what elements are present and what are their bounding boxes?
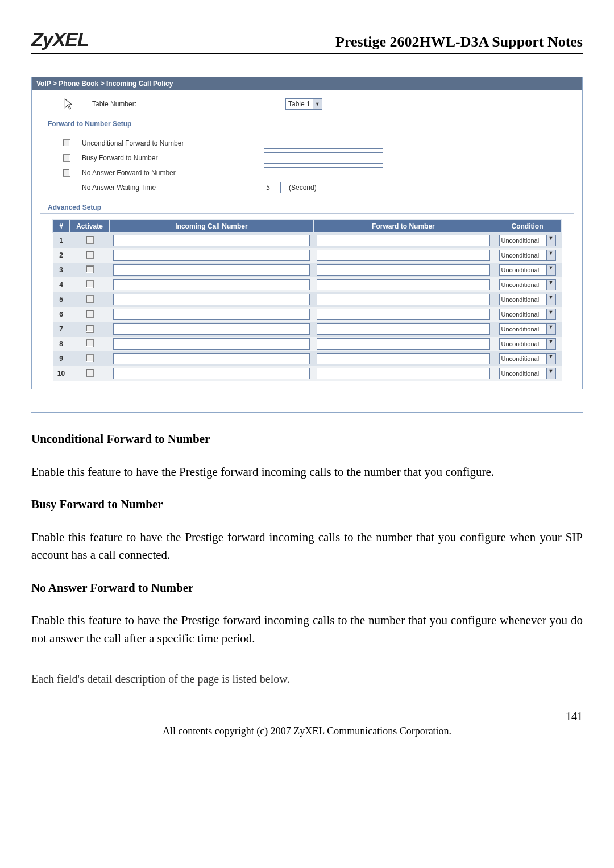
chevron-down-icon: ▼ bbox=[546, 250, 555, 260]
forward-number-input[interactable] bbox=[317, 279, 489, 290]
activate-checkbox[interactable] bbox=[86, 369, 94, 377]
forward-number-input[interactable] bbox=[317, 368, 489, 379]
incoming-number-input[interactable] bbox=[113, 250, 310, 261]
incoming-number-input[interactable] bbox=[113, 309, 310, 320]
document-title: Prestige 2602HWL-D3A Support Notes bbox=[335, 34, 583, 51]
copyright: All contents copyright (c) 2007 ZyXEL Co… bbox=[31, 725, 583, 737]
incoming-number-input[interactable] bbox=[113, 279, 310, 290]
incoming-number-input[interactable] bbox=[113, 323, 310, 335]
noanswer-input[interactable] bbox=[264, 167, 383, 178]
busy-checkbox[interactable] bbox=[63, 154, 70, 162]
condition-select[interactable]: Unconditional▼ bbox=[499, 235, 556, 246]
forward-setup-header: Forward to Number Setup bbox=[40, 118, 574, 130]
table-row: 8Unconditional▼ bbox=[53, 337, 562, 351]
activate-checkbox[interactable] bbox=[86, 310, 94, 318]
col-condition: Condition bbox=[493, 220, 562, 233]
condition-value: Unconditional bbox=[501, 326, 540, 333]
forward-number-input[interactable] bbox=[317, 323, 489, 335]
incoming-number-input[interactable] bbox=[113, 294, 310, 305]
forward-number-input[interactable] bbox=[317, 235, 489, 246]
page-number: 141 bbox=[31, 710, 583, 723]
condition-select[interactable]: Unconditional▼ bbox=[499, 279, 556, 290]
condition-value: Unconditional bbox=[501, 237, 540, 244]
desc-text-busy: Enable this feature to have the Prestige… bbox=[31, 529, 583, 564]
breadcrumb: VoIP > Phone Book > Incoming Call Policy bbox=[32, 77, 582, 90]
chevron-down-icon: ▼ bbox=[546, 265, 555, 275]
unconditional-checkbox[interactable] bbox=[63, 139, 70, 147]
activate-checkbox[interactable] bbox=[86, 265, 94, 273]
chevron-down-icon: ▼ bbox=[546, 235, 555, 246]
condition-select[interactable]: Unconditional▼ bbox=[499, 264, 556, 276]
incoming-number-input[interactable] bbox=[113, 368, 310, 379]
row-index: 3 bbox=[53, 263, 70, 277]
chevron-down-icon: ▼ bbox=[546, 354, 555, 364]
table-row: 7Unconditional▼ bbox=[53, 322, 562, 337]
activate-checkbox[interactable] bbox=[86, 251, 94, 259]
breadcrumb-phonebook: Phone Book bbox=[59, 80, 98, 88]
incoming-number-input[interactable] bbox=[113, 235, 310, 246]
table-row: 1Unconditional▼ bbox=[53, 233, 562, 248]
desc-outro: Each field's detail description of the p… bbox=[31, 670, 583, 687]
forward-number-input[interactable] bbox=[317, 338, 489, 350]
row-index: 5 bbox=[53, 292, 70, 307]
condition-select[interactable]: Unconditional▼ bbox=[499, 353, 556, 364]
desc-text-unconditional: Enable this feature to have the Prestige… bbox=[31, 463, 583, 481]
condition-select[interactable]: Unconditional▼ bbox=[499, 323, 556, 335]
table-row: 6Unconditional▼ bbox=[53, 307, 562, 322]
activate-checkbox[interactable] bbox=[86, 354, 94, 362]
condition-select[interactable]: Unconditional▼ bbox=[499, 368, 556, 379]
cursor-icon bbox=[63, 98, 75, 110]
wait-time-input[interactable]: 5 bbox=[264, 182, 281, 193]
forward-number-input[interactable] bbox=[317, 353, 489, 364]
desc-heading-busy: Busy Forward to Number bbox=[31, 496, 583, 514]
activate-checkbox[interactable] bbox=[86, 325, 94, 333]
forward-number-input[interactable] bbox=[317, 294, 489, 305]
desc-text-noanswer: Enable this feature to have the Prestige… bbox=[31, 612, 583, 647]
activate-checkbox[interactable] bbox=[86, 236, 94, 244]
busy-input[interactable] bbox=[264, 152, 383, 164]
forward-number-input[interactable] bbox=[317, 250, 489, 261]
row-index: 10 bbox=[53, 366, 70, 381]
noanswer-checkbox[interactable] bbox=[63, 169, 70, 177]
breadcrumb-voip: VoIP bbox=[36, 80, 51, 88]
incoming-number-input[interactable] bbox=[113, 338, 310, 350]
row-index: 1 bbox=[53, 233, 70, 248]
condition-select[interactable]: Unconditional▼ bbox=[499, 250, 556, 261]
incoming-number-input[interactable] bbox=[113, 264, 310, 276]
activate-checkbox[interactable] bbox=[86, 339, 94, 347]
divider bbox=[31, 412, 583, 413]
activate-checkbox[interactable] bbox=[86, 280, 94, 288]
table-number-select[interactable]: Table 1 ▼ bbox=[285, 98, 322, 110]
description-section: Unconditional Forward to Number Enable t… bbox=[31, 430, 583, 687]
breadcrumb-sep: > bbox=[101, 80, 105, 88]
table-row: 5Unconditional▼ bbox=[53, 292, 562, 307]
chevron-down-icon: ▼ bbox=[546, 324, 555, 334]
condition-select[interactable]: Unconditional▼ bbox=[499, 294, 556, 305]
row-index: 6 bbox=[53, 307, 70, 322]
condition-select[interactable]: Unconditional▼ bbox=[499, 338, 556, 350]
table-row: 9Unconditional▼ bbox=[53, 351, 562, 366]
activate-checkbox[interactable] bbox=[86, 295, 94, 303]
incoming-number-input[interactable] bbox=[113, 353, 310, 364]
table-row: 2Unconditional▼ bbox=[53, 248, 562, 263]
desc-heading-noanswer: No Answer Forward to Number bbox=[31, 579, 583, 597]
unconditional-label: Unconditional Forward to Number bbox=[82, 139, 264, 147]
wait-time-unit: (Second) bbox=[289, 184, 317, 192]
forward-number-input[interactable] bbox=[317, 264, 489, 276]
chevron-down-icon: ▼ bbox=[546, 280, 555, 290]
condition-value: Unconditional bbox=[501, 355, 540, 362]
chevron-down-icon: ▼ bbox=[313, 99, 322, 109]
chevron-down-icon: ▼ bbox=[546, 368, 555, 379]
condition-select[interactable]: Unconditional▼ bbox=[499, 309, 556, 320]
condition-value: Unconditional bbox=[501, 252, 540, 259]
unconditional-input[interactable] bbox=[264, 138, 383, 149]
row-index: 7 bbox=[53, 322, 70, 337]
col-incoming: Incoming Call Number bbox=[110, 220, 314, 233]
advanced-table: # Activate Incoming Call Number Forward … bbox=[52, 219, 562, 381]
busy-label: Busy Forward to Number bbox=[82, 154, 264, 162]
breadcrumb-sep: > bbox=[53, 80, 57, 88]
table-number-label: Table Number: bbox=[92, 100, 268, 108]
forward-number-input[interactable] bbox=[317, 309, 489, 320]
condition-value: Unconditional bbox=[501, 296, 540, 303]
col-activate: Activate bbox=[70, 220, 110, 233]
